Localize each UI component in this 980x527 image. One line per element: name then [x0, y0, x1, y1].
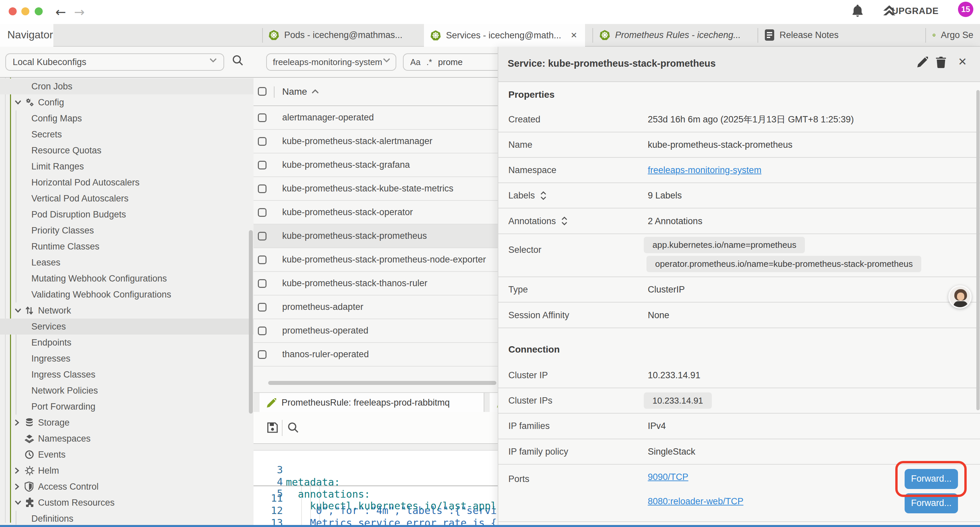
sidebar-item-services[interactable]: Services	[0, 318, 253, 334]
table-row[interactable]: kube-prometheus-stack-grafana	[253, 153, 498, 177]
tab-prometheus-rules[interactable]: Prometheus Rules - icecheng...	[593, 24, 757, 46]
sidebar-item-pod-disruption-budgets[interactable]: Pod Disruption Budgets	[0, 207, 253, 223]
back-arrow-icon[interactable]: ←	[56, 3, 66, 21]
tab-navigator[interactable]: Navigator	[0, 24, 53, 47]
row-checkbox[interactable]	[258, 326, 267, 335]
save-icon[interactable]	[267, 422, 278, 433]
trash-icon[interactable]	[936, 57, 946, 68]
forward-arrow-icon[interactable]: →	[74, 3, 85, 21]
sidebar-item-events[interactable]: Events	[0, 447, 253, 463]
table-row[interactable]: kube-prometheus-stack-kube-state-metrics	[253, 177, 498, 201]
table-row[interactable]: kube-prometheus-stack-operator	[253, 201, 498, 224]
panel-splitter[interactable]	[253, 444, 498, 451]
code-line-5: 5 kubectl.kubernetes.io/last-applied-co	[253, 475, 498, 488]
upgrade-label[interactable]: UPGRADE	[892, 6, 939, 16]
sidebar-item-ingress-classes[interactable]: Ingress Classes	[0, 366, 253, 382]
editor-tab-prometheusrule[interactable]: PrometheusRule: freeleaps-prod-rabbitmq	[259, 393, 484, 412]
row-checkbox[interactable]	[258, 161, 267, 169]
row-checkbox[interactable]	[258, 279, 267, 288]
sidebar-item-ingresses[interactable]: Ingresses	[0, 350, 253, 366]
sidebar-item-resource-quotas[interactable]: Resource Quotas	[0, 142, 253, 158]
sidebar-item-config-maps[interactable]: Config Maps	[0, 110, 253, 126]
row-checkbox[interactable]	[258, 350, 267, 359]
sidebar-item-custom-resources[interactable]: Custom Resources	[0, 495, 253, 511]
table-row[interactable]: prometheus-adapter	[253, 296, 498, 319]
row-cluster-ips: Cluster IPs 10.233.14.91	[498, 388, 980, 414]
sidebar-item-horizontal-pod-autoscalers[interactable]: Horizontal Pod Autoscalers	[0, 174, 253, 191]
edit-pencil-icon[interactable]	[917, 57, 928, 67]
tab-label: Release Notes	[780, 30, 838, 40]
tab-argo[interactable]: Argo Se	[926, 24, 980, 46]
sidebar-item-validating-webhook-configurations[interactable]: Validating Webhook Configurations	[0, 287, 253, 303]
editor-tab-next[interactable]	[490, 393, 498, 412]
row-checkbox[interactable]	[258, 232, 267, 240]
sidebar-item-endpoints[interactable]: Endpoints	[0, 334, 253, 350]
namespace-link[interactable]: freeleaps-monitoring-system	[648, 165, 762, 175]
editor-tab-strip: PrometheusRule: freeleaps-prod-rabbitmq	[253, 392, 498, 412]
match-case-toggle[interactable]: Aa	[410, 57, 421, 67]
sidebar-item-config[interactable]: Config	[0, 94, 253, 110]
sidebar-item-cron-jobs[interactable]: Cron Jobs	[0, 78, 253, 94]
code-line-3: 3 metadata:	[253, 452, 498, 464]
sidebar-item-access-control[interactable]: Access Control	[0, 479, 253, 495]
close-icon[interactable]: ✕	[958, 56, 967, 68]
sidebar-item-vertical-pod-autoscalers[interactable]: Vertical Pod Autoscalers	[0, 191, 253, 207]
table-row[interactable]: prometheus-operated	[253, 319, 498, 343]
port-9090-link[interactable]: 9090/TCP	[648, 471, 689, 482]
select-all-checkbox[interactable]	[258, 87, 267, 96]
table-row[interactable]: kube-prometheus-stack-prometheus-node-ex…	[253, 248, 498, 272]
drawer-scrollbar[interactable]	[976, 90, 980, 410]
window-bottom-accent-bar	[0, 525, 980, 527]
presenter-avatar[interactable]	[948, 285, 972, 309]
tab-pods[interactable]: Pods - icecheng@mathmas...	[262, 24, 424, 46]
navigator-scrollbar[interactable]	[249, 230, 253, 414]
sidebar-item-secrets[interactable]: Secrets	[0, 126, 253, 142]
sidebar-item-network[interactable]: Network	[0, 303, 253, 318]
navigator-search-icon[interactable]	[232, 55, 243, 66]
sidebar-item-helm[interactable]: Helm	[0, 463, 253, 479]
column-header-name[interactable]: Name	[282, 86, 307, 97]
table-row-selected[interactable]: kube-prometheus-stack-prometheus	[253, 224, 498, 248]
zoom-window-button[interactable]	[35, 7, 43, 15]
notification-count-badge[interactable]: 15	[958, 2, 973, 17]
sidebar-item-mutating-webhook-configurations[interactable]: Mutating Webhook Configurations	[0, 271, 253, 287]
table-row[interactable]: kube-prometheus-stack-thanos-ruler	[253, 272, 498, 296]
sidebar-item-network-policies[interactable]: Network Policies	[0, 382, 253, 399]
row-checkbox[interactable]	[258, 208, 267, 217]
sort-ascending-icon[interactable]	[312, 89, 319, 94]
table-row[interactable]: kube-prometheus-stack-alertmanager	[253, 130, 498, 153]
cluster-ip-chip: 10.233.14.91	[644, 393, 712, 409]
notifications-bell-icon[interactable]	[852, 5, 863, 18]
sidebar-item-runtime-classes[interactable]: Runtime Classes	[0, 239, 253, 255]
service-details-drawer: Service: kube-prometheus-stack-prometheu…	[498, 47, 980, 525]
regex-toggle[interactable]: .*	[426, 57, 432, 67]
row-checkbox[interactable]	[258, 113, 267, 122]
sidebar-item-definitions[interactable]: Definitions	[0, 511, 253, 525]
tab-services[interactable]: Services - icecheng@math... ✕	[424, 24, 585, 47]
row-checkbox[interactable]	[258, 303, 267, 312]
sidebar-item-priority-classes[interactable]: Priority Classes	[0, 223, 253, 239]
document-icon	[765, 29, 774, 41]
sidebar-item-port-forwarding[interactable]: Port Forwarding	[0, 399, 253, 415]
close-tab-icon[interactable]: ✕	[571, 31, 578, 40]
tab-release-notes[interactable]: Release Notes	[758, 24, 925, 46]
minimize-window-button[interactable]	[21, 7, 29, 15]
sidebar-item-namespaces[interactable]: Namespaces	[0, 431, 253, 447]
sidebar-item-leases[interactable]: Leases	[0, 255, 253, 271]
editor-search-icon[interactable]	[288, 422, 299, 433]
sidebar-item-limit-ranges[interactable]: Limit Ranges	[0, 158, 253, 174]
resource-search-input[interactable]: Aa .* prome	[403, 53, 498, 71]
chevron-down-icon	[15, 308, 25, 313]
table-row[interactable]: thanos-ruler-operated	[253, 343, 498, 366]
yaml-editor[interactable]: 11 0","for":"4m","labels":{"service":" 1…	[253, 451, 498, 525]
table-row[interactable]: alertmanager-operated	[253, 106, 498, 130]
kubeconfig-select[interactable]: Local Kubeconfigs	[5, 53, 224, 71]
sidebar-item-storage[interactable]: Storage	[0, 415, 253, 431]
row-checkbox[interactable]	[258, 255, 267, 264]
namespace-select[interactable]: freeleaps-monitoring-system	[266, 53, 396, 71]
row-checkbox[interactable]	[258, 137, 267, 146]
row-checkbox[interactable]	[258, 185, 267, 193]
horizontal-scrollbar[interactable]	[268, 381, 496, 385]
port-8080-link[interactable]: 8080:reloader-web/TCP	[648, 496, 743, 506]
close-window-button[interactable]	[9, 7, 17, 15]
